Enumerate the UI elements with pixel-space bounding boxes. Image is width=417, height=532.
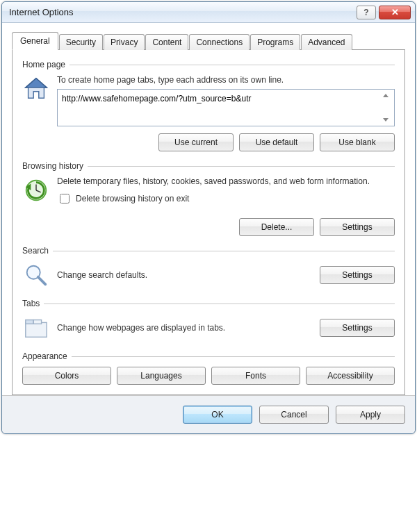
appearance-title: Appearance — [22, 351, 72, 361]
homepage-title: Home page — [22, 60, 70, 69]
tabs-icon — [22, 314, 50, 342]
history-title: Browsing history — [22, 161, 88, 171]
languages-button[interactable]: Languages — [117, 367, 206, 385]
use-default-button[interactable]: Use default — [239, 133, 314, 151]
history-group: Browsing history Delete t — [22, 161, 395, 236]
use-current-button[interactable]: Use current — [158, 133, 234, 151]
homepage-url-wrap — [57, 89, 395, 126]
divider — [72, 356, 395, 357]
svg-rect-10 — [33, 320, 41, 324]
svg-rect-9 — [26, 320, 33, 324]
divider — [88, 166, 395, 167]
scroll-down-icon[interactable] — [383, 118, 389, 122]
history-icon — [22, 176, 50, 204]
homepage-group: Home page To create home page tabs, type… — [22, 60, 395, 151]
svg-line-7 — [38, 277, 45, 284]
divider — [70, 65, 395, 65]
scrollbar[interactable] — [381, 92, 391, 123]
delete-on-exit-checkbox[interactable] — [60, 194, 70, 203]
homepage-url-input[interactable] — [60, 92, 381, 123]
history-delete-button[interactable]: Delete... — [239, 218, 314, 236]
tabs-title: Tabs — [22, 299, 44, 308]
tabs-settings-button[interactable]: Settings — [320, 319, 395, 337]
internet-options-window: Internet Options ? ✕ General Security Pr… — [1, 1, 416, 434]
scroll-up-icon[interactable] — [383, 94, 389, 97]
search-description: Change search defaults. — [57, 270, 313, 280]
tabs-description: Change how webpages are displayed in tab… — [57, 323, 313, 333]
history-description: Delete temporary files, history, cookies… — [57, 176, 395, 186]
content-area: General Security Privacy Content Connect… — [2, 23, 415, 395]
svg-marker-1 — [26, 78, 47, 88]
delete-on-exit-label: Delete browsing history on exit — [76, 194, 189, 203]
tab-advanced[interactable]: Advanced — [301, 34, 352, 50]
tab-connections[interactable]: Connections — [189, 34, 250, 50]
tab-content[interactable]: Content — [145, 34, 188, 50]
dialog-footer: OK Cancel Apply — [2, 395, 415, 433]
homepage-description: To create home page tabs, type each addr… — [57, 75, 395, 85]
history-settings-button[interactable]: Settings — [320, 218, 395, 236]
tab-general[interactable]: General — [12, 32, 58, 50]
divider — [53, 251, 395, 251]
tab-strip: General Security Privacy Content Connect… — [12, 31, 405, 50]
apply-button[interactable]: Apply — [336, 406, 405, 424]
help-button[interactable]: ? — [357, 6, 376, 19]
accessibility-button[interactable]: Accessibility — [306, 367, 395, 385]
colors-button[interactable]: Colors — [22, 367, 111, 385]
fonts-button[interactable]: Fonts — [211, 367, 300, 385]
tab-security[interactable]: Security — [59, 34, 103, 50]
divider — [44, 304, 395, 304]
ok-button[interactable]: OK — [183, 406, 252, 424]
title-bar[interactable]: Internet Options ? ✕ — [2, 2, 415, 23]
window-title: Internet Options — [9, 7, 354, 17]
use-blank-button[interactable]: Use blank — [320, 133, 395, 151]
tab-privacy[interactable]: Privacy — [104, 34, 145, 50]
tabs-group: Tabs Change how webpages are displayed i… — [22, 299, 395, 342]
svg-rect-8 — [26, 322, 47, 337]
tab-programs[interactable]: Programs — [250, 34, 300, 50]
magnifier-icon — [22, 261, 50, 289]
tab-panel-general: Home page To create home page tabs, type… — [12, 50, 405, 395]
appearance-group: Appearance Colors Languages Fonts Access… — [22, 351, 395, 385]
cancel-button[interactable]: Cancel — [259, 406, 329, 424]
search-settings-button[interactable]: Settings — [320, 266, 395, 284]
search-group: Search Change search defaults. Settings — [22, 246, 395, 289]
home-icon — [22, 75, 50, 103]
search-title: Search — [22, 246, 53, 256]
close-button[interactable]: ✕ — [379, 6, 411, 19]
